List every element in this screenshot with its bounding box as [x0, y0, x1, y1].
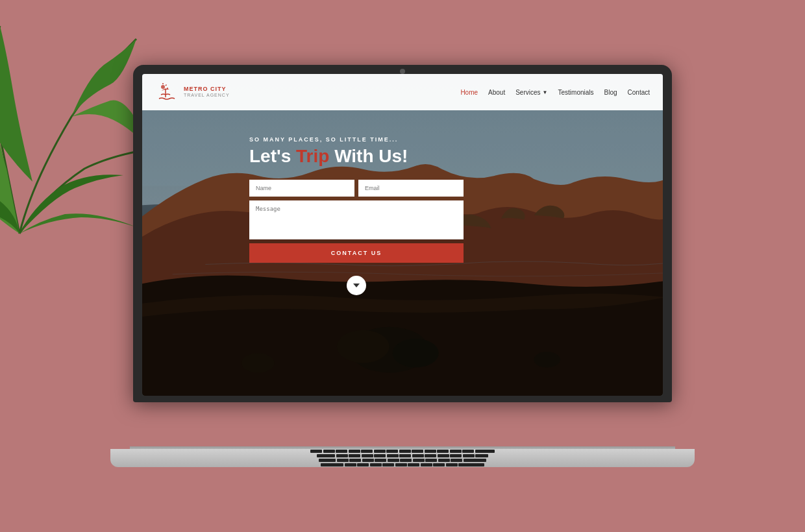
nav-blog[interactable]: Blog: [604, 89, 617, 96]
logo-title: METRO CITY: [184, 86, 230, 93]
keyboard: [130, 450, 675, 466]
nav-about[interactable]: About: [488, 89, 505, 96]
svg-line-10: [166, 85, 167, 86]
hero-title-highlight: Trip: [296, 146, 329, 166]
form-name-email-row: [249, 180, 464, 197]
nav-contact[interactable]: Contact: [628, 89, 650, 96]
logo-subtitle: TRAVEL AGENCY: [184, 93, 230, 98]
website-display: METRO CITY TRAVEL AGENCY Home About Serv…: [142, 74, 663, 396]
keyboard-area: [120, 450, 685, 466]
name-input[interactable]: [249, 180, 354, 197]
nav-testimonials[interactable]: Testimonials: [558, 89, 593, 96]
webcam: [400, 69, 405, 74]
dropdown-arrow-icon: ▼: [543, 90, 548, 95]
nav-links: Home About Services ▼ Testimonials Blog …: [460, 89, 650, 96]
logo-text: METRO CITY TRAVEL AGENCY: [184, 86, 230, 98]
hero-tagline: SO MANY PLACES, SO LITTLE TIME...: [249, 136, 663, 143]
hero-content: SO MANY PLACES, SO LITTLE TIME... Let's …: [142, 110, 663, 295]
svg-point-8: [161, 85, 165, 89]
laptop: METRO CITY TRAVEL AGENCY Home About Serv…: [123, 65, 682, 467]
laptop-lid: METRO CITY TRAVEL AGENCY Home About Serv…: [133, 65, 672, 402]
scroll-down-button[interactable]: [347, 276, 366, 295]
contact-us-button[interactable]: CONTACT US: [249, 243, 464, 263]
hero-title: Let's Trip With Us!: [249, 147, 663, 167]
message-textarea[interactable]: [249, 200, 464, 239]
logo-area[interactable]: METRO CITY TRAVEL AGENCY: [155, 80, 230, 104]
screen-bezel: METRO CITY TRAVEL AGENCY Home About Serv…: [142, 74, 663, 396]
navbar: METRO CITY TRAVEL AGENCY Home About Serv…: [142, 74, 663, 110]
nav-services[interactable]: Services ▼: [515, 89, 547, 96]
nav-home[interactable]: Home: [460, 89, 478, 96]
contact-form: CONTACT US: [249, 180, 464, 263]
laptop-base: [110, 449, 695, 467]
chevron-down-icon: [353, 284, 360, 287]
hero-title-part1: Let's: [249, 146, 296, 166]
logo-icon: [155, 80, 179, 104]
email-input[interactable]: [358, 180, 464, 197]
hero-title-part2: With Us!: [329, 146, 408, 166]
